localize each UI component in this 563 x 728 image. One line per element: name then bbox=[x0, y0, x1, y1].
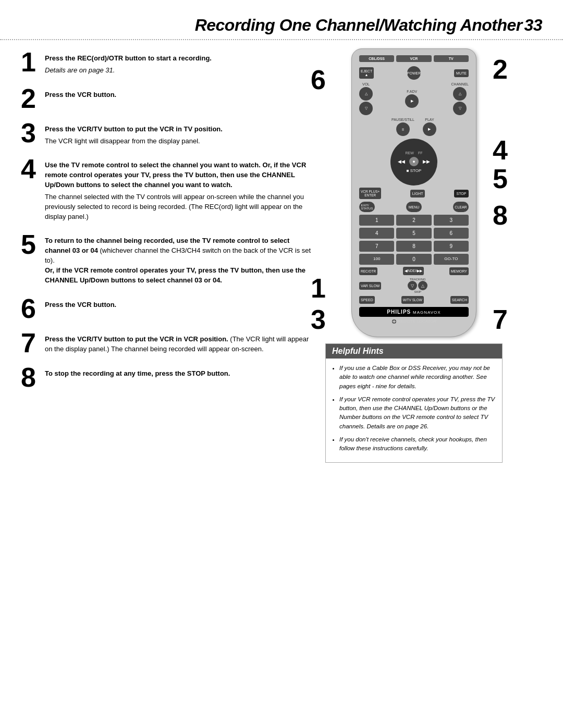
hint-3: If you don't receive channels, check you… bbox=[339, 435, 496, 453]
row-eject-power-mute: EJECT▲ POWER MUTE bbox=[359, 66, 469, 80]
remote-wrapper: 6 2 4 5 8 1 3 7 CBL/DSS VCR TV EJECT▲ PO… bbox=[325, 48, 503, 337]
mute-button[interactable]: MUTE bbox=[454, 69, 469, 77]
num-9-button[interactable]: 9 bbox=[434, 241, 469, 252]
step-8-number: 8 bbox=[21, 364, 40, 391]
step-2-content: Press the VCR button. bbox=[45, 85, 313, 102]
rew-ff-row: REW FF bbox=[406, 151, 423, 155]
step-2: 2 Press the VCR button. bbox=[21, 85, 313, 112]
step-5: 5 To return to the channel being recorde… bbox=[21, 231, 313, 287]
callout-8: 8 bbox=[493, 200, 508, 231]
step-3: 3 Press the VCR/TV button to put the VCR… bbox=[21, 119, 313, 149]
callout-2: 2 bbox=[493, 54, 508, 85]
row-vol-fadv-channel: VOL △ ▽ F.ADV ▶ CHANNEL △ ▽ bbox=[359, 82, 469, 115]
tracking-up-button[interactable]: △ bbox=[418, 281, 427, 290]
rew-button[interactable]: ◀◀ bbox=[398, 159, 405, 164]
ff-label: FF bbox=[418, 151, 423, 155]
stop-button[interactable]: ■ STOP bbox=[407, 168, 422, 173]
pause-label: PAUSE/STILL bbox=[391, 118, 414, 121]
wtvslot-button[interactable]: W/TV SLOW bbox=[401, 296, 424, 304]
mode-buttons-row: CBL/DSS VCR TV bbox=[359, 55, 469, 62]
brand-name: PHILIPS bbox=[387, 309, 413, 315]
num-100-button[interactable]: 100 bbox=[359, 254, 394, 265]
step-4-content: Use the TV remote control to select the … bbox=[45, 155, 313, 224]
num-3-button[interactable]: 3 bbox=[434, 215, 469, 226]
row-pause-play: PAUSE/STILL II PLAY ▶ bbox=[359, 118, 469, 136]
step-7-content: Press the VCR/TV button to put the VCR i… bbox=[45, 329, 313, 356]
light-button[interactable]: LIGHT bbox=[410, 190, 425, 198]
mode-btn-cbl[interactable]: CBL/DSS bbox=[359, 55, 394, 62]
speed-button[interactable]: SPEED bbox=[359, 296, 375, 304]
step-5-bold: To return to the channel being recorded,… bbox=[45, 236, 313, 285]
step-5-number: 5 bbox=[21, 231, 40, 258]
step-5-content: To return to the channel being recorded,… bbox=[45, 231, 313, 287]
memory-button[interactable]: MEMORY bbox=[449, 267, 469, 275]
stop-row: ■ STOP bbox=[407, 168, 422, 173]
channel-up-button[interactable]: △ bbox=[453, 87, 467, 101]
hint-2: If your VCR remote control operates your… bbox=[339, 395, 496, 431]
num-5-button[interactable]: 5 bbox=[396, 228, 431, 239]
vol-label: VOL bbox=[362, 82, 370, 86]
mode-btn-vcr[interactable]: VCR bbox=[396, 55, 431, 62]
callout-1: 1 bbox=[311, 273, 326, 304]
vol-up-button[interactable]: △ bbox=[359, 87, 373, 101]
step-3-content: Press the VCR/TV button to put the VCR i… bbox=[45, 119, 313, 149]
number-grid: 1 2 3 4 5 6 7 8 9 100 0 GO-TO bbox=[359, 215, 469, 265]
rew-ff-buttons: ◀◀ ● ▶▶ bbox=[398, 157, 430, 166]
channel-down-button[interactable]: ▽ bbox=[453, 102, 467, 115]
fadv-label: F.ADV bbox=[407, 90, 417, 93]
num-2-button[interactable]: 2 bbox=[396, 215, 431, 226]
step-8: 8 To stop the recording at any time, pre… bbox=[21, 364, 313, 391]
row-tracking: VAR SLOW TRACKING ▽ △ SKIP --- bbox=[359, 278, 469, 293]
play-button[interactable]: ▶ bbox=[423, 122, 436, 136]
right-column: 6 2 4 5 8 1 3 7 CBL/DSS VCR TV EJECT▲ PO… bbox=[325, 48, 503, 463]
goto-button[interactable]: GO-TO bbox=[434, 254, 469, 265]
search-button[interactable]: SEARCH bbox=[450, 296, 469, 304]
step-8-content: To stop the recording at any time, press… bbox=[45, 364, 313, 381]
vol-down-button[interactable]: ▽ bbox=[359, 102, 373, 115]
num-7-button[interactable]: 7 bbox=[359, 241, 394, 252]
clear-button[interactable]: CLEAR bbox=[453, 202, 469, 212]
channel-label: CHANNEL bbox=[451, 82, 469, 86]
exit-status-button[interactable]: EXIT/STATUS bbox=[359, 202, 375, 212]
stop2-button[interactable]: STOP bbox=[454, 190, 469, 198]
ff-button[interactable]: ▶▶ bbox=[423, 159, 430, 164]
helpful-hints-header: Helpful Hints bbox=[326, 344, 502, 359]
index-button[interactable]: ◀INDEX▶▶ bbox=[403, 267, 424, 275]
menu-button[interactable]: MENU bbox=[406, 202, 422, 212]
row-speed-search: SPEED W/TV SLOW SEARCH bbox=[359, 296, 469, 304]
rec-otr-button[interactable]: REC/OTR bbox=[359, 267, 377, 275]
power-button[interactable]: POWER bbox=[407, 66, 421, 80]
vcrplus-button[interactable]: VCR PLUS+ENTER bbox=[359, 188, 381, 199]
rec-dot[interactable]: ● bbox=[409, 157, 419, 166]
callout-6: 6 bbox=[311, 64, 326, 95]
callout-4: 4 bbox=[493, 134, 508, 166]
step-4-number: 4 bbox=[21, 155, 40, 182]
var-slow-button[interactable]: VAR SLOW bbox=[359, 282, 381, 290]
brand-strip: PHILIPS MAGNAVOX bbox=[359, 307, 469, 317]
step-8-text: To stop the recording at any time, press… bbox=[45, 369, 313, 379]
num-4-button[interactable]: 4 bbox=[359, 228, 394, 239]
num-0-button[interactable]: 0 bbox=[396, 254, 431, 265]
callout-3: 3 bbox=[311, 304, 326, 335]
helpful-hints-box: Helpful Hints If you use a Cable Box or … bbox=[325, 343, 503, 463]
fadv-button[interactable]: ▶ bbox=[405, 94, 419, 108]
transport-circle: REW FF ◀◀ ● ▶▶ ■ STOP bbox=[390, 139, 437, 186]
num-8-button[interactable]: 8 bbox=[396, 241, 431, 252]
tracking-down-button[interactable]: ▽ bbox=[408, 281, 417, 290]
step-1-number: 1 bbox=[21, 48, 40, 76]
step-6: 6 Press the VCR button. bbox=[21, 295, 313, 322]
step-3-bold: Press the VCR/TV button to put the VCR i… bbox=[45, 125, 313, 134]
step-2-bold: Press the VCR button. bbox=[45, 90, 313, 100]
eject-button[interactable]: EJECT▲ bbox=[359, 67, 374, 79]
mode-btn-tv[interactable]: TV bbox=[434, 55, 469, 62]
pause-button[interactable]: II bbox=[396, 122, 410, 136]
page-header: Recording One Channel/Watching Another 3… bbox=[0, 0, 563, 40]
brand-sub-name: MAGNAVOX bbox=[413, 310, 441, 315]
num-1-button[interactable]: 1 bbox=[359, 215, 394, 226]
num-6-button[interactable]: 6 bbox=[434, 228, 469, 239]
hint-1: If you use a Cable Box or DSS Receiver, … bbox=[339, 364, 496, 391]
step-1-italic: Details are on page 31. bbox=[45, 66, 313, 76]
step-1-bold: Press the REC(ord)/OTR button to start a… bbox=[45, 54, 313, 64]
step-6-content: Press the VCR button. bbox=[45, 295, 313, 312]
step-1-content: Press the REC(ord)/OTR button to start a… bbox=[45, 48, 313, 78]
